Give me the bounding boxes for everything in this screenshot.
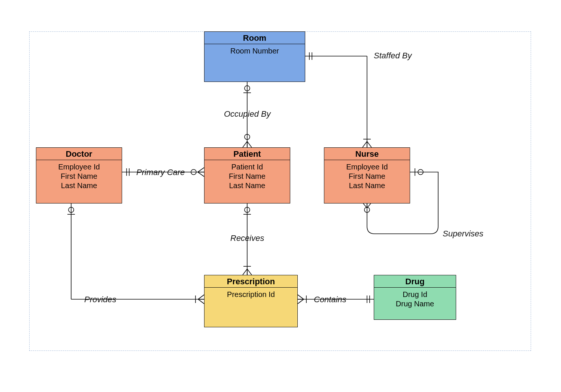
entity-nurse-title: Nurse [324, 148, 410, 160]
svg-line-45 [298, 295, 304, 299]
entity-attr: Last Name [207, 181, 287, 190]
entity-attr: Room Number [207, 46, 302, 56]
rel-provides-connector [67, 203, 204, 304]
entity-prescription-attrs: Prescription Id [204, 288, 297, 302]
entity-attr: Patient Id [207, 162, 287, 172]
entity-prescription-title: Prescription [204, 275, 297, 288]
entity-room[interactable]: Room Room Number [204, 31, 305, 82]
entity-nurse-attrs: Employee Id First Name Last Name [324, 160, 410, 193]
svg-line-32 [243, 269, 247, 275]
entity-prescription[interactable]: Prescription Prescription Id [204, 275, 298, 327]
rel-contains-label: Contains [314, 295, 346, 304]
rel-staffed-by-connector [305, 52, 372, 147]
svg-line-5 [363, 141, 367, 147]
rel-occupied-by-label: Occupied By [224, 109, 271, 119]
entity-doctor-title: Doctor [36, 148, 122, 160]
svg-line-40 [198, 295, 204, 299]
svg-line-12 [243, 141, 247, 147]
svg-line-42 [198, 299, 204, 304]
entity-doctor[interactable]: Doctor Employee Id First Name Last Name [36, 147, 122, 203]
entity-room-attrs: Room Number [204, 44, 305, 59]
rel-staffed-by-label: Staffed By [374, 51, 412, 61]
entity-attr: Last Name [39, 181, 119, 190]
svg-line-25 [367, 203, 371, 208]
entity-room-title: Room [204, 32, 305, 44]
svg-line-7 [367, 141, 372, 147]
rel-supervises-label: Supervises [443, 229, 483, 239]
entity-attr: Employee Id [39, 162, 119, 172]
entity-nurse[interactable]: Nurse Employee Id First Name Last Name [324, 147, 410, 203]
entity-attr: First Name [39, 172, 119, 181]
entity-attr: First Name [207, 172, 287, 181]
entity-attr: First Name [327, 172, 407, 181]
svg-line-47 [298, 299, 304, 304]
entity-drug[interactable]: Drug Drug Id Drug Name [374, 275, 456, 320]
svg-line-23 [363, 203, 367, 208]
entity-attr: Last Name [327, 181, 407, 190]
svg-line-14 [247, 141, 252, 147]
entity-drug-attrs: Drug Id Drug Name [374, 288, 456, 312]
entity-patient-attrs: Patient Id First Name Last Name [204, 160, 290, 193]
rel-primary-care-label: Primary Care [136, 168, 185, 177]
svg-line-19 [198, 168, 204, 172]
entity-doctor-attrs: Employee Id First Name Last Name [36, 160, 122, 193]
entity-patient-title: Patient [204, 148, 290, 160]
entity-attr: Prescription Id [207, 290, 294, 299]
svg-line-21 [198, 172, 204, 177]
entity-drug-title: Drug [374, 275, 456, 288]
rel-provides-label: Provides [84, 295, 116, 304]
entity-attr: Drug Name [377, 299, 453, 309]
entity-attr: Employee Id [327, 162, 407, 172]
entity-patient[interactable]: Patient Patient Id First Name Last Name [204, 147, 290, 203]
entity-attr: Drug Id [377, 290, 453, 299]
svg-line-34 [247, 269, 252, 275]
rel-receives-label: Receives [230, 233, 264, 243]
er-diagram-canvas: Room Room Number Doctor Employee Id Firs… [0, 0, 561, 392]
